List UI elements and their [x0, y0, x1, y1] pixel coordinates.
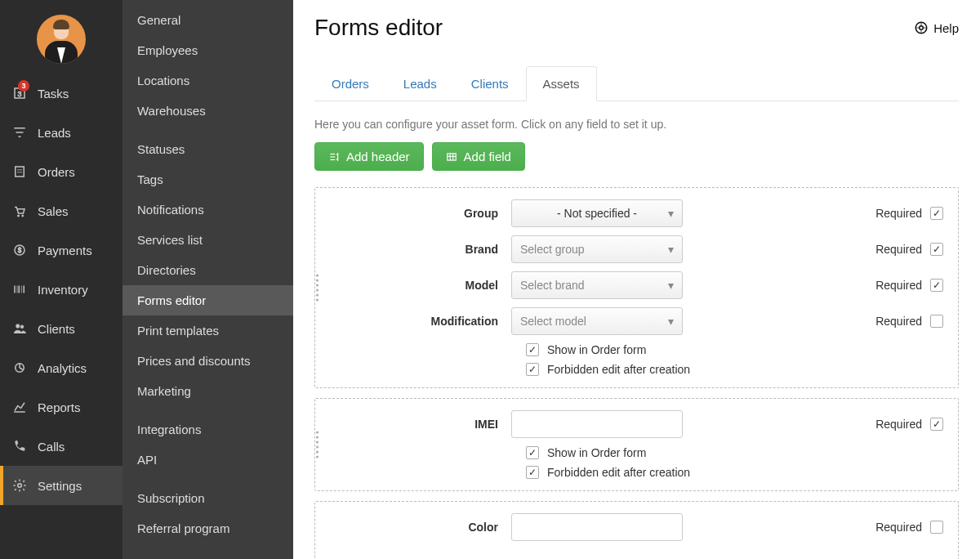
orders-icon [11, 163, 28, 180]
page-title: Forms editor [314, 15, 443, 41]
nav-label: Orders [38, 165, 75, 179]
analytics-icon [11, 360, 28, 376]
avatar[interactable] [37, 15, 86, 64]
nav-label: Tasks [38, 87, 69, 101]
modification-placeholder: Select model [520, 315, 586, 328]
svg-rect-2 [16, 167, 24, 177]
modification-label: Modification [323, 315, 511, 328]
add-field-label: Add field [464, 150, 511, 163]
help-label: Help [933, 21, 959, 35]
add-header-button[interactable]: Add header [314, 142, 424, 171]
nav-reports[interactable]: Reports [0, 387, 122, 427]
drag-handle-icon[interactable] [314, 432, 320, 458]
group-required-checkbox[interactable] [930, 207, 943, 220]
sub-notifications[interactable]: Notifications [122, 195, 293, 225]
help-icon [914, 20, 929, 35]
nav-label: Leads [38, 126, 71, 140]
group-value: - Not specified - [557, 207, 637, 220]
required-label: Required [875, 315, 922, 328]
sub-locations[interactable]: Locations [122, 65, 293, 96]
nav-analytics[interactable]: Analytics [0, 348, 122, 387]
show-in-order-label: Show in Order form [547, 343, 646, 356]
modification-select[interactable]: Select model ▾ [511, 307, 683, 335]
chevron-down-icon: ▾ [668, 243, 674, 256]
payments-icon: $ [11, 242, 28, 258]
nav-tasks[interactable]: 3 Tasks 3 [0, 74, 122, 113]
svg-point-14 [16, 324, 20, 329]
reports-icon [11, 399, 28, 415]
sub-employees[interactable]: Employees [122, 35, 293, 65]
nav-payments[interactable]: $ Payments [0, 230, 122, 270]
modification-required-checkbox[interactable] [930, 315, 943, 328]
nav-inventory[interactable]: Inventory [0, 270, 122, 309]
show-in-order-checkbox[interactable] [526, 446, 539, 459]
show-in-order-label: Show in Order form [547, 446, 646, 459]
imei-required-checkbox[interactable] [930, 418, 943, 431]
svg-point-5 [17, 215, 19, 217]
required-label: Required [875, 243, 922, 256]
nav-settings[interactable]: Settings [0, 466, 122, 505]
forbidden-edit-checkbox[interactable] [526, 363, 539, 376]
brand-required-checkbox[interactable] [930, 243, 943, 256]
form-section-3[interactable]: Color Required [314, 501, 959, 559]
color-input[interactable] [511, 513, 683, 541]
nav-leads[interactable]: Leads [0, 113, 122, 152]
brand-select[interactable]: Select group ▾ [511, 235, 683, 263]
add-header-label: Add header [346, 150, 410, 163]
sub-subscription[interactable]: Subscription [122, 483, 293, 513]
svg-point-18 [18, 484, 22, 488]
drag-handle-icon[interactable] [314, 275, 320, 302]
sub-forms-editor[interactable]: Forms editor [122, 285, 293, 315]
show-in-order-checkbox[interactable] [526, 343, 539, 356]
svg-point-15 [20, 325, 24, 329]
barcode-icon [11, 281, 28, 297]
sub-api[interactable]: API [122, 445, 293, 475]
phone-icon [11, 438, 28, 454]
tab-clients[interactable]: Clients [454, 66, 526, 101]
sub-marketing[interactable]: Marketing [122, 376, 293, 406]
sub-warehouses[interactable]: Warehouses [122, 96, 293, 126]
nav-label: Calls [38, 440, 65, 454]
sub-general[interactable]: General [122, 5, 293, 35]
add-header-icon [328, 151, 340, 163]
help-link[interactable]: Help [914, 20, 959, 35]
nav-calls[interactable]: Calls [0, 427, 122, 466]
sub-prices-discounts[interactable]: Prices and discounts [122, 346, 293, 376]
sub-tags[interactable]: Tags [122, 164, 293, 195]
svg-point-20 [920, 26, 924, 30]
nav-orders[interactable]: Orders [0, 152, 122, 191]
color-required-checkbox[interactable] [930, 521, 943, 534]
filter-icon [11, 124, 28, 141]
group-label: Group [323, 207, 511, 220]
group-select[interactable]: - Not specified - ▾ [511, 199, 683, 227]
tab-leads[interactable]: Leads [386, 66, 454, 101]
sub-referral[interactable]: Referral program [122, 513, 293, 543]
chevron-down-icon: ▾ [668, 279, 674, 292]
add-field-icon [446, 151, 457, 163]
main-content: Forms editor Help Orders Leads Clients A… [293, 0, 980, 559]
nav-label: Clients [38, 322, 75, 336]
clients-icon [11, 320, 28, 337]
sub-services[interactable]: Services list [122, 225, 293, 255]
sub-statuses[interactable]: Statuses [122, 134, 293, 164]
forbidden-edit-checkbox[interactable] [526, 466, 539, 479]
imei-input[interactable] [511, 410, 683, 438]
add-field-button[interactable]: Add field [432, 142, 525, 171]
model-required-checkbox[interactable] [930, 279, 943, 292]
tab-orders[interactable]: Orders [314, 66, 386, 101]
sidebar-primary: 3 Tasks 3 Leads Orders Sales $ Payments … [0, 0, 122, 559]
tab-assets[interactable]: Assets [526, 66, 597, 101]
form-section-1[interactable]: Group - Not specified - ▾ Required Brand… [314, 187, 959, 388]
nav-clients[interactable]: Clients [0, 309, 122, 348]
sub-print-templates[interactable]: Print templates [122, 315, 293, 346]
model-select[interactable]: Select brand ▾ [511, 271, 683, 299]
forbidden-edit-label: Forbidden edit after creation [547, 466, 690, 479]
sub-integrations[interactable]: Integrations [122, 414, 293, 445]
nav-label: Payments [38, 244, 92, 257]
form-section-2[interactable]: IMEI Required Show in Order form Forbidd… [314, 398, 959, 491]
nav-sales[interactable]: Sales [0, 191, 122, 230]
chevron-down-icon: ▾ [668, 315, 674, 328]
sub-directories[interactable]: Directories [122, 255, 293, 285]
chevron-down-icon: ▾ [668, 207, 674, 220]
model-placeholder: Select brand [520, 279, 585, 292]
